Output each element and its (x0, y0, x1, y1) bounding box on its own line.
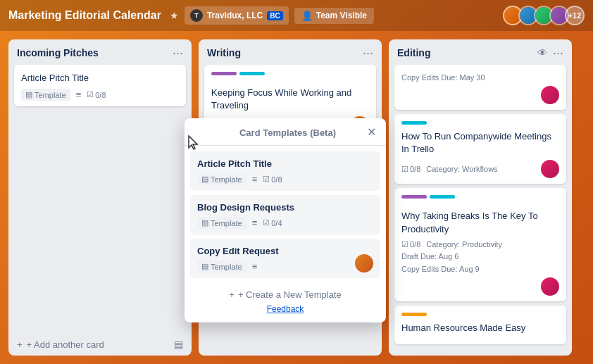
menu-lines-icon[interactable]: ≡ (76, 89, 82, 100)
template-name: Copy Edit Request (197, 246, 373, 256)
create-template-label: + Create a New Template (238, 289, 342, 300)
template-tag: ▤ Template (197, 173, 246, 185)
date-label: Copy Edits Due: May 30 (401, 73, 559, 82)
close-button[interactable]: ✕ (367, 127, 376, 138)
card-color-bars (211, 72, 369, 81)
workspace-icon: T (190, 9, 203, 22)
template-item-article-pitch[interactable]: Article Pitch Title ▤ Template ≡ ☑ 0/8 (190, 151, 380, 191)
card-title: Why Taking Breaks Is The Key To Producti… (401, 210, 559, 235)
star-icon[interactable]: ★ (170, 10, 179, 21)
template-tag: ▤ Template (197, 217, 246, 229)
plus-icon: + (17, 339, 23, 350)
team-icon: 👤 (301, 11, 313, 21)
card-meta: ▤ Template ≡ ☑ 0/8 (21, 89, 179, 101)
card-avatar (541, 86, 559, 104)
purple-bar (211, 72, 237, 75)
card-article-pitch[interactable]: Article Pitch Title ▤ Template ≡ ☑ 0/8 (14, 65, 186, 106)
checklist-count: 0/8 (410, 240, 420, 249)
column-title-incoming: Incoming Pitches (17, 47, 99, 58)
template-item-copy-edit[interactable]: Copy Edit Request ▤ Template ≡ (190, 239, 380, 278)
template-label: Template (35, 91, 66, 99)
column-menu-icon[interactable]: ··· (173, 46, 183, 59)
template-label: Template (211, 219, 242, 227)
checklist-icon: ☑ (263, 175, 270, 184)
avatar-overflow[interactable]: +12 (565, 6, 585, 25)
category-label: Category: Productivity (426, 240, 502, 249)
column-title-editing: Editing (397, 47, 430, 58)
template-meta: ▤ Template ≡ ☑ 0/8 (197, 173, 373, 185)
team-badge[interactable]: 👤 Team Visible (294, 8, 374, 24)
plus-icon: + (229, 289, 235, 300)
modal-header: Card Templates (Beta) ✕ (185, 118, 386, 146)
template-icon: ▤ (201, 262, 208, 271)
create-template-button[interactable]: + + Create a New Template (229, 289, 341, 300)
category-label: Category: Workflows (426, 165, 497, 173)
editing-cards: Copy Edits Due: May 30 How To Run Compan… (389, 65, 572, 356)
template-tag: ▤ Template (197, 261, 246, 272)
copy-due-label: Copy Edits Due: Aug 9 (401, 265, 559, 273)
template-icon: ▤ (201, 218, 208, 227)
template-name: Article Pitch Title (197, 158, 373, 169)
add-card-label: + Add another card (27, 339, 104, 350)
column-menu-editing-icon[interactable]: ··· (553, 46, 563, 59)
template-name: Blog Design Requests (197, 202, 373, 213)
card-color-bars (401, 195, 559, 204)
template-meta: ▤ Template ≡ ☑ 0/4 (197, 217, 373, 229)
column-editing: Editing 👁 ··· Copy Edits Due: May 30 How… (389, 39, 572, 356)
card-avatar (541, 160, 559, 178)
column-menu-writing-icon[interactable]: ··· (363, 46, 373, 59)
template-avatar (355, 254, 373, 272)
template-meta: ▤ Template ≡ (197, 261, 373, 272)
card-copy-edits-may[interactable]: Copy Edits Due: May 30 (394, 65, 566, 110)
template-label: Template (211, 175, 242, 184)
eye-icon[interactable]: 👁 (537, 47, 547, 58)
card-meta: ☑ 0/8 Category: Workflows (401, 160, 559, 178)
feedback-link[interactable]: Feedback (267, 304, 304, 314)
column-title-writing: Writing (207, 47, 241, 58)
template-card-icon[interactable]: ▤ (174, 339, 183, 350)
teal-bar (430, 195, 455, 199)
menu-lines-icon: ≡ (252, 261, 258, 272)
add-card-button[interactable]: + + Add another card ▤ (8, 333, 192, 356)
template-icon: ▤ (201, 175, 208, 184)
card-title: Human Resources Made Easy (401, 322, 559, 334)
card-templates-modal: Card Templates (Beta) ✕ Article Pitch Ti… (185, 118, 386, 322)
orange-bar (401, 313, 427, 316)
teal-bar (401, 121, 427, 125)
checklist-icon: ☑ (87, 90, 94, 99)
card-meta: ☑ 0/8 Category: Productivity (401, 240, 559, 249)
card-taking-breaks[interactable]: Why Taking Breaks Is The Key To Producti… (394, 188, 566, 301)
card-avatar (541, 277, 559, 296)
incoming-cards: Article Pitch Title ▤ Template ≡ ☑ 0/8 (8, 65, 192, 330)
teal-bar (239, 72, 265, 75)
checklist-badge: ☑ 0/4 (263, 218, 282, 227)
template-tag[interactable]: ▤ Template (21, 89, 70, 101)
menu-lines-icon: ≡ (252, 218, 258, 228)
column-header-editing: Editing 👁 ··· (389, 39, 572, 65)
card-title: Keeping Focus While Working and Travelin… (211, 87, 369, 112)
workspace-name: Travidux, LLC (207, 11, 263, 20)
checklist-icon: ☑ (401, 240, 408, 249)
column-incoming-pitches: Incoming Pitches ··· Article Pitch Title… (8, 39, 192, 356)
app-header: Marketing Editorial Calendar ★ T Travidu… (0, 0, 593, 31)
template-item-blog-design[interactable]: Blog Design Requests ▤ Template ≡ ☑ 0/4 (190, 195, 380, 234)
card-meetings-trello[interactable]: How To Run Companywide Meetings In Trell… (394, 114, 566, 184)
card-human-resources[interactable]: Human Resources Made Easy (394, 306, 566, 344)
workspace-badge[interactable]: T Travidux, LLC BC (185, 6, 289, 25)
column-header-writing: Writing ··· (199, 39, 382, 65)
checklist-icon: ☑ (401, 165, 408, 174)
modal-body: Article Pitch Title ▤ Template ≡ ☑ 0/8 B… (185, 146, 386, 284)
avatar-group: +12 (503, 6, 585, 25)
modal-footer: + + Create a New Template Feedback (185, 284, 386, 322)
column-header-incoming: Incoming Pitches ··· (8, 39, 192, 65)
card-title: How To Run Companywide Meetings In Trell… (401, 130, 559, 156)
draft-due-label: Draft Due: Aug 6 (401, 252, 559, 261)
checklist-count: 0/8 (95, 91, 106, 99)
menu-lines-icon: ≡ (252, 174, 258, 184)
card-title: Article Pitch Title (21, 72, 179, 84)
checklist-badge: ☑ 0/8 (401, 165, 420, 174)
checklist-badge: ☑ 0/8 (87, 90, 106, 99)
column-header-icons: 👁 ··· (537, 46, 563, 59)
checklist-count: 0/4 (271, 219, 282, 227)
checklist-badge: ☑ 0/8 (401, 240, 420, 249)
